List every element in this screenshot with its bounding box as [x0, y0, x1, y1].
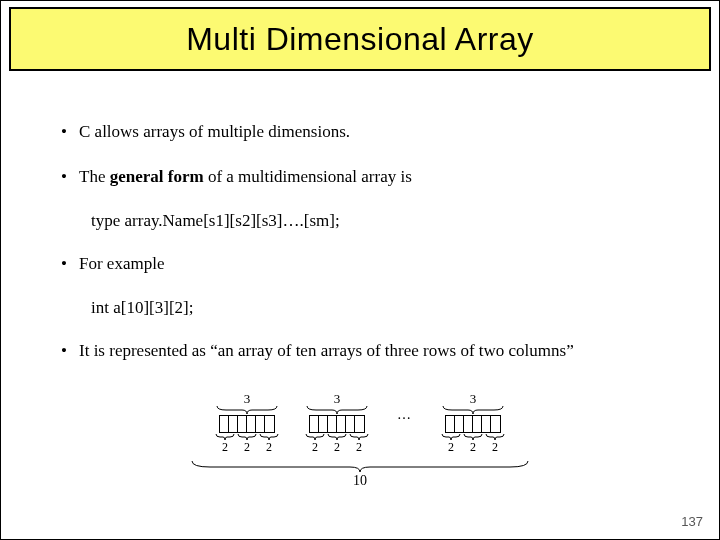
brace-down-icon: [442, 405, 504, 415]
bottom-brace: 2: [463, 433, 483, 453]
code-line-1: type array.Name[s1][s2][s3]….[sm];: [91, 211, 679, 231]
page-title: Multi Dimensional Array: [186, 21, 534, 58]
overall-brace-label: 10: [353, 473, 367, 489]
bottom-brace-label: 2: [266, 441, 272, 453]
bottom-brace: 2: [441, 433, 461, 453]
bottom-brace-label: 2: [334, 441, 340, 453]
ellipsis: …: [395, 407, 415, 437]
bullet-dot-icon: [61, 166, 79, 189]
bottom-braces: 2 2 2: [305, 433, 369, 453]
bullet-dot-icon: [61, 253, 79, 276]
brace-up-large-icon: [190, 459, 530, 473]
cells: [219, 415, 275, 433]
bottom-brace: 2: [485, 433, 505, 453]
bullet-4: It is represented as “an array of ten ar…: [61, 340, 679, 363]
bottom-brace: 2: [215, 433, 235, 453]
bottom-brace-label: 2: [356, 441, 362, 453]
array-block: 3 2 2 2: [305, 391, 369, 453]
bottom-brace: 2: [259, 433, 279, 453]
array-diagram: 3 2 2 2 3: [1, 391, 719, 489]
content-area: C allows arrays of multiple dimensions. …: [61, 121, 679, 363]
brace-down-icon: [216, 405, 278, 415]
code-line-2: int a[10][3][2];: [91, 298, 679, 318]
bullet-1: C allows arrays of multiple dimensions.: [61, 121, 679, 144]
bullet-2: The general form of a multidimensional a…: [61, 166, 679, 189]
top-brace: 3: [216, 391, 278, 415]
cells: [309, 415, 365, 433]
bottom-brace-label: 2: [492, 441, 498, 453]
brace-down-icon: [306, 405, 368, 415]
bullet-dot-icon: [61, 340, 79, 363]
bullet-2-bold: general form: [110, 167, 204, 186]
bottom-braces: 2 2 2: [215, 433, 279, 453]
diagram-inner: 3 2 2 2 3: [190, 391, 530, 489]
bottom-braces: 2 2 2: [441, 433, 505, 453]
bullet-dot-icon: [61, 121, 79, 144]
title-band: Multi Dimensional Array: [9, 7, 711, 71]
bottom-brace: 2: [237, 433, 257, 453]
bottom-brace-label: 2: [222, 441, 228, 453]
page-number: 137: [681, 514, 703, 529]
cells: [445, 415, 501, 433]
array-block: 3 2 2 2: [215, 391, 279, 453]
bottom-brace-label: 2: [244, 441, 250, 453]
bullet-1-text: C allows arrays of multiple dimensions.: [79, 121, 350, 144]
bottom-brace: 2: [327, 433, 347, 453]
bullet-4-text: It is represented as “an array of ten ar…: [79, 340, 574, 363]
blocks-row: 3 2 2 2 3: [215, 391, 505, 453]
top-brace: 3: [306, 391, 368, 415]
bottom-brace-label: 2: [312, 441, 318, 453]
bullet-3: For example: [61, 253, 679, 276]
slide: Multi Dimensional Array C allows arrays …: [0, 0, 720, 540]
overall-brace: 10: [190, 459, 530, 489]
bottom-brace-label: 2: [448, 441, 454, 453]
bullet-3-text: For example: [79, 253, 164, 276]
bottom-brace: 2: [349, 433, 369, 453]
bullet-2-text: The general form of a multidimensional a…: [79, 166, 412, 189]
bottom-brace-label: 2: [470, 441, 476, 453]
bullet-2-post: of a multidimensional array is: [204, 167, 412, 186]
bottom-brace: 2: [305, 433, 325, 453]
array-block: 3 2 2 2: [441, 391, 505, 453]
top-brace: 3: [442, 391, 504, 415]
bullet-2-pre: The: [79, 167, 110, 186]
